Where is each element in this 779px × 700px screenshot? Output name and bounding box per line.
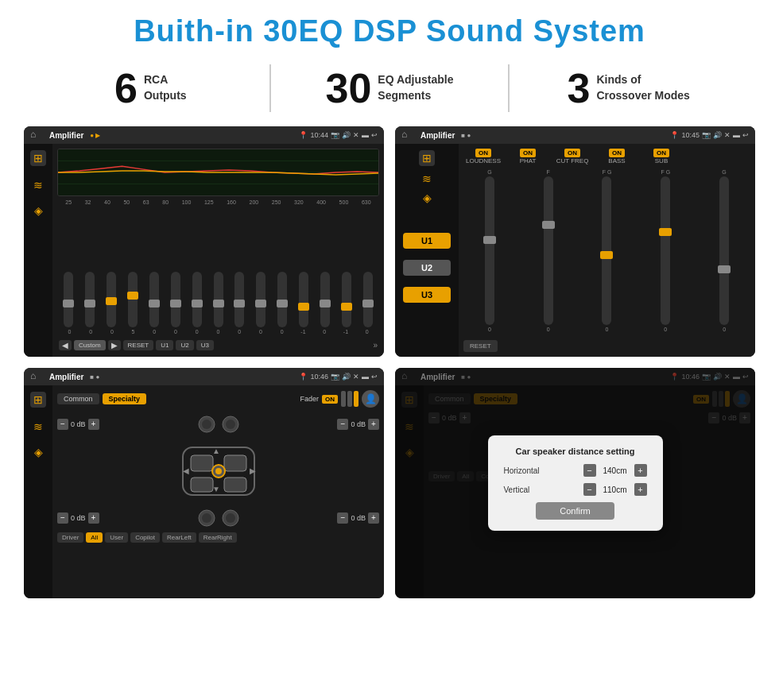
svg-text:◀: ◀ — [183, 466, 189, 475]
loudness-slider-track[interactable] — [485, 176, 494, 325]
horizontal-plus-btn[interactable]: + — [634, 464, 647, 477]
copilot-btn[interactable]: Copilot — [130, 532, 160, 543]
back-icon-3[interactable]: ↩ — [371, 373, 378, 381]
u3-preset[interactable]: U3 — [403, 287, 451, 303]
eq-bottom-bar: ◀ Custom ▶ RESET U1 U2 U3 » — [57, 338, 379, 352]
horizontal-value: 140cm — [599, 466, 631, 475]
crossover-time: 10:45 — [681, 131, 700, 139]
u1-preset[interactable]: U1 — [403, 233, 451, 249]
eq-slider-7[interactable] — [209, 272, 228, 329]
cutfreq-slider-track[interactable] — [602, 176, 611, 325]
eq-expand-icon[interactable]: » — [373, 341, 378, 350]
eq-slider-4[interactable] — [145, 272, 164, 329]
top-left-plus[interactable]: + — [88, 419, 99, 430]
eq-freq-labels: 253240506380100125160200250320400500630 — [57, 199, 379, 205]
eq-status-icons: 📍 10:44 📷 🔊 ✕ ▬ ↩ — [299, 131, 378, 139]
dialog-overlay: Car speaker distance setting Horizontal … — [395, 368, 755, 598]
fader-wave-icon[interactable]: ≋ — [33, 420, 43, 433]
eq-curve-svg — [58, 149, 378, 195]
home-icon-3[interactable]: ⌂ — [30, 370, 43, 383]
driver-btn[interactable]: Driver — [57, 532, 83, 543]
all-btn[interactable]: All — [86, 532, 103, 543]
eq-slider-14[interactable] — [358, 272, 378, 329]
bot-left-minus[interactable]: − — [57, 512, 68, 524]
status-bar-fader: ⌂ Amplifier ■ ● 📍 10:46 📷 🔊 ✕ ▬ ↩ — [24, 368, 384, 385]
user-btn[interactable]: User — [105, 532, 128, 543]
phat-slider-track[interactable] — [544, 176, 553, 325]
confirm-button[interactable]: Confirm — [536, 502, 614, 520]
eq-slider-13[interactable] — [337, 272, 356, 329]
stat-divider-2 — [508, 64, 510, 112]
eq-speaker-icon[interactable]: ◈ — [34, 204, 43, 217]
eq-wave-icon[interactable]: ≋ — [33, 179, 43, 191]
u2-preset[interactable]: U2 — [403, 260, 451, 276]
rearleft-btn[interactable]: RearLeft — [162, 532, 196, 543]
crossover-filter-icon[interactable]: ⊞ — [419, 150, 435, 166]
eq-prev-btn[interactable]: ◀ — [59, 340, 72, 350]
bot-right-plus[interactable]: + — [368, 512, 379, 524]
bot-right-minus[interactable]: − — [337, 512, 348, 524]
fader-speaker-icon[interactable]: ◈ — [34, 446, 43, 458]
loudness-on: ON — [475, 149, 491, 157]
tab-common[interactable]: Common — [57, 393, 99, 404]
eq-next-btn[interactable]: ▶ — [108, 340, 121, 350]
vertical-plus-btn[interactable]: + — [634, 483, 647, 496]
tab-specialty[interactable]: Specialty — [103, 393, 147, 404]
avatar-icon[interactable]: 👤 — [362, 390, 379, 408]
eq-slider-6[interactable] — [188, 272, 207, 329]
eq-slider-1[interactable] — [80, 272, 99, 329]
eq-slider-11[interactable] — [294, 272, 313, 329]
eq-slider-10[interactable] — [273, 272, 292, 329]
car-diagram-svg: ▲ ▼ ◀ ▶ — [167, 439, 270, 503]
top-right-plus[interactable]: + — [368, 419, 379, 430]
channel-loudness: ON LOUDNESS — [463, 149, 503, 164]
top-right-minus[interactable]: − — [337, 419, 348, 430]
back-icon-2[interactable]: ↩ — [742, 131, 749, 139]
eq-u3-btn[interactable]: U3 — [196, 340, 214, 350]
horizontal-row: Horizontal − 140cm + — [504, 464, 647, 477]
eq-slider-5[interactable] — [166, 272, 185, 329]
fader-slider-active — [354, 391, 358, 407]
bot-speakers-svg — [195, 506, 242, 530]
camera-icon-3: 📷 — [331, 373, 339, 381]
back-icon-eq[interactable]: ↩ — [371, 131, 378, 139]
rearright-btn[interactable]: RearRight — [199, 532, 237, 543]
stat-crossover-text: Kinds ofCrossover Modes — [596, 72, 689, 103]
home-icon[interactable]: ⌂ — [30, 129, 43, 141]
sub-slider-track[interactable] — [719, 176, 729, 325]
vertical-minus-btn[interactable]: − — [583, 483, 596, 496]
crossover-reset-btn[interactable]: RESET — [463, 340, 498, 352]
crossover-speaker-icon[interactable]: ◈ — [423, 191, 432, 204]
close-icon-eq: ✕ — [353, 131, 359, 139]
page-wrapper: Buith-in 30EQ DSP Sound System 6 RCAOutp… — [0, 0, 779, 606]
svg-point-7 — [226, 420, 235, 429]
eq-u1-btn[interactable]: U1 — [156, 340, 173, 350]
fader-filter-icon[interactable]: ⊞ — [30, 392, 46, 408]
eq-slider-12[interactable] — [316, 272, 335, 329]
stats-row: 6 RCAOutputs 30 EQ AdjustableSegments 3 … — [0, 56, 779, 122]
eq-reset-btn[interactable]: RESET — [123, 340, 154, 350]
bot-left-plus[interactable]: + — [88, 512, 99, 524]
eq-slider-2[interactable] — [102, 272, 121, 329]
channel-phat: ON PHAT — [508, 149, 548, 164]
stat-crossover: 3 Kinds ofCrossover Modes — [525, 68, 731, 109]
horizontal-control: − 140cm + — [583, 464, 647, 477]
crossover-channels: ON LOUDNESS ON PHAT ON CUT FREQ ON — [463, 149, 750, 164]
eq-filter-icon[interactable]: ⊞ — [30, 150, 46, 166]
eq-slider-3[interactable] — [123, 272, 142, 329]
horizontal-minus-btn[interactable]: − — [583, 464, 596, 477]
top-left-val: 0 dB — [71, 420, 86, 428]
eq-u2-btn[interactable]: U2 — [176, 340, 193, 350]
stat-divider-1 — [269, 64, 271, 112]
eq-custom-btn[interactable]: Custom — [74, 340, 106, 350]
eq-slider-0[interactable] — [59, 272, 78, 329]
stat-crossover-number: 3 — [567, 68, 590, 109]
top-left-minus[interactable]: − — [57, 419, 68, 430]
crossover-wave-icon[interactable]: ≋ — [422, 172, 432, 185]
bass-slider-track[interactable] — [661, 176, 670, 325]
home-icon-2[interactable]: ⌂ — [401, 129, 414, 141]
bot-left-db: − 0 dB + — [57, 512, 99, 524]
eq-slider-9[interactable] — [251, 272, 270, 329]
eq-slider-8[interactable] — [231, 272, 250, 329]
horizontal-label: Horizontal — [504, 466, 540, 475]
